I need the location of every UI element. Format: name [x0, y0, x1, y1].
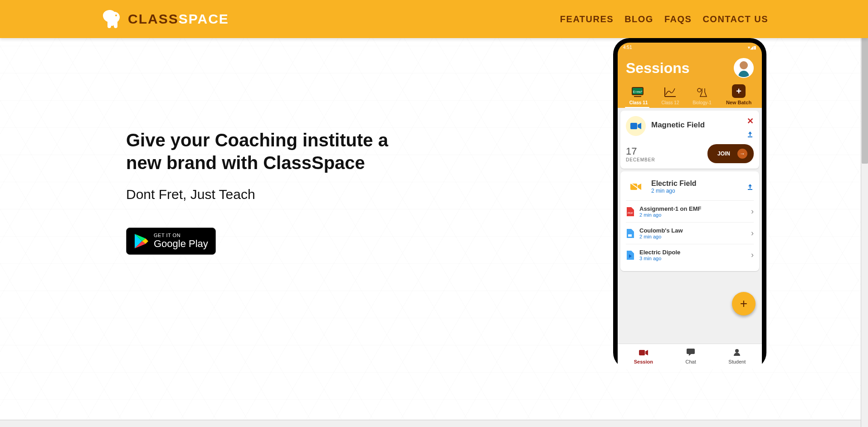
- pdf-icon: PDF: [626, 207, 634, 216]
- tab-class-11[interactable]: E=mc² Class 11: [625, 86, 652, 105]
- doc-icon: [626, 229, 634, 238]
- new-batch: + New Batch: [723, 84, 755, 105]
- bottom-nav-student[interactable]: Student: [728, 349, 746, 364]
- file-row[interactable]: PDF Assignment-1 on EMF 2 min ago ›: [626, 200, 754, 222]
- session-ago: 2 min ago: [651, 188, 741, 194]
- join-button[interactable]: JOIN →: [707, 144, 754, 163]
- svg-point-5: [697, 88, 701, 92]
- svg-point-1: [740, 61, 748, 69]
- gplay-small-text: GET IT ON: [154, 233, 208, 238]
- user-avatar[interactable]: [734, 58, 754, 78]
- svg-rect-6: [630, 123, 637, 129]
- phone-mockup: 4:51 ▾◢▮ Sessions E=mc²: [613, 38, 766, 369]
- tab-class-12[interactable]: Class 12: [657, 86, 684, 105]
- vertical-scrollbar[interactable]: [861, 0, 868, 427]
- status-time: 4:51: [623, 45, 632, 50]
- video-icon: [626, 116, 646, 136]
- app-content: Magnetic Field ✕ 17 DECEMBER: [618, 108, 762, 344]
- site-header: CLASSSPACE FEATURES BLOG FAQS CONTACT US: [0, 0, 868, 38]
- gplay-big-text: Google Play: [154, 238, 208, 250]
- graph-icon: [662, 86, 678, 98]
- hero-subtitle: Dont Fret, Just Teach: [126, 187, 398, 202]
- tabs-row: E=mc² Class 11 Class 12 B: [618, 81, 762, 105]
- session-card-electric-field[interactable]: Electric Field 2 min ago PDF Assignment-…: [620, 171, 759, 271]
- hero-title: Give your Coaching institute a new brand…: [126, 129, 398, 174]
- svg-text:E=mc²: E=mc²: [633, 90, 643, 93]
- new-batch-button[interactable]: +: [732, 84, 746, 98]
- chalkboard-icon: E=mc²: [630, 86, 647, 98]
- fab-add-button[interactable]: +: [732, 292, 756, 315]
- arrow-right-icon: →: [737, 149, 747, 159]
- bottom-nav-chat[interactable]: Chat: [686, 349, 696, 364]
- upload-icon[interactable]: [746, 131, 754, 138]
- logo[interactable]: CLASSSPACE: [100, 9, 229, 29]
- hero-section: Give your Coaching institute a new brand…: [126, 38, 398, 383]
- file-row[interactable]: Coulomb's Law 2 min ago ›: [626, 222, 754, 244]
- file-row[interactable]: Electric Dipole 3 min ago ›: [626, 244, 754, 266]
- svg-rect-13: [639, 350, 645, 355]
- svg-point-0: [115, 15, 117, 16]
- close-icon[interactable]: ✕: [747, 116, 754, 126]
- svg-rect-7: [748, 136, 752, 137]
- bottom-nav: Session Chat Student: [618, 344, 762, 369]
- google-play-button[interactable]: GET IT ON Google Play: [126, 228, 216, 255]
- elephant-icon: [100, 9, 122, 29]
- horizontal-scrollbar[interactable]: [0, 420, 861, 427]
- app-title: Sessions: [626, 60, 690, 77]
- session-title: Magnetic Field: [651, 116, 741, 130]
- tab-biology-1[interactable]: Biology-1: [688, 86, 716, 105]
- chemistry-icon: [694, 86, 710, 98]
- video-small-icon: [634, 349, 653, 358]
- svg-rect-12: [628, 234, 632, 237]
- chevron-right-icon: ›: [751, 228, 754, 238]
- chevron-right-icon: ›: [751, 250, 754, 260]
- svg-text:PDF: PDF: [628, 212, 633, 214]
- svg-point-15: [735, 349, 739, 353]
- upload-icon[interactable]: [746, 183, 754, 190]
- chevron-right-icon: ›: [751, 207, 754, 216]
- nav-blog[interactable]: BLOG: [624, 14, 653, 24]
- logo-text-space: SPACE: [179, 11, 229, 26]
- nav-features[interactable]: FEATURES: [560, 14, 614, 24]
- new-batch-label: New Batch: [723, 100, 755, 105]
- play-file-icon: [626, 251, 634, 260]
- nav-contact[interactable]: CONTACT US: [702, 14, 768, 24]
- main-nav: FEATURES BLOG FAQS CONTACT US: [560, 14, 768, 24]
- svg-rect-10: [748, 189, 752, 190]
- chat-icon: [686, 349, 696, 358]
- video-off-icon: [626, 177, 646, 197]
- file-list: PDF Assignment-1 on EMF 2 min ago ›: [626, 200, 754, 266]
- app-header: Sessions: [618, 52, 762, 81]
- phone-screen: 4:51 ▾◢▮ Sessions E=mc²: [618, 43, 762, 369]
- status-icons: ▾◢▮: [748, 45, 756, 50]
- session-card-magnetic-field[interactable]: Magnetic Field ✕ 17 DECEMBER: [620, 111, 759, 169]
- logo-text-class: CLASS: [128, 11, 179, 26]
- person-icon: [728, 349, 746, 358]
- session-title-2: Electric Field: [651, 180, 741, 188]
- svg-rect-14: [687, 349, 695, 354]
- status-bar: 4:51 ▾◢▮: [618, 43, 762, 52]
- session-date: 17 DECEMBER: [626, 146, 655, 162]
- bottom-nav-session[interactable]: Session: [634, 349, 653, 364]
- nav-faqs[interactable]: FAQS: [664, 14, 692, 24]
- google-play-icon: [134, 233, 149, 249]
